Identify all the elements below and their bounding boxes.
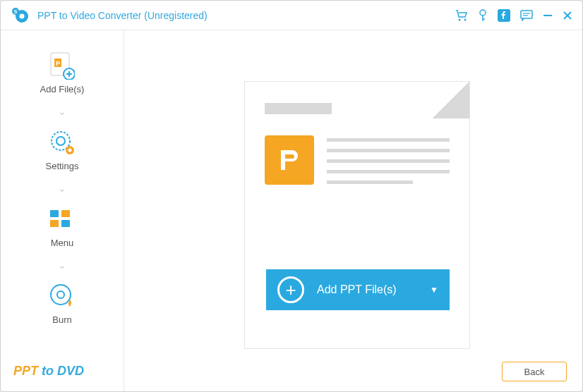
body: P Add File(s) ⌄ xyxy=(1,30,582,391)
close-icon[interactable] xyxy=(563,11,572,20)
svg-rect-26 xyxy=(50,210,59,217)
burn-icon xyxy=(48,282,76,310)
svg-point-6 xyxy=(480,10,486,16)
titlebar: S PPT to Video Converter (Unregistered) xyxy=(1,1,582,30)
cart-icon[interactable] xyxy=(455,10,468,21)
brand-part1: PPT xyxy=(13,364,42,378)
add-ppt-button[interactable]: + Add PPT File(s) ▼ xyxy=(266,269,450,310)
sidebar-label-settings: Settings xyxy=(46,161,79,171)
svg-rect-10 xyxy=(521,11,532,18)
sidebar-item-burn[interactable]: Burn xyxy=(48,282,76,325)
sidebar-label-burn: Burn xyxy=(52,314,71,325)
svg-rect-29 xyxy=(61,220,70,227)
placeholder-line xyxy=(265,103,332,114)
svg-text:S: S xyxy=(14,9,18,14)
back-button[interactable]: Back xyxy=(502,362,567,381)
placeholder-line xyxy=(327,159,450,163)
svg-point-30 xyxy=(51,285,71,305)
key-icon[interactable] xyxy=(478,9,488,22)
svg-point-25 xyxy=(68,149,71,152)
settings-icon xyxy=(48,128,76,157)
minimize-icon[interactable] xyxy=(543,11,553,20)
back-label: Back xyxy=(524,367,545,377)
footer: Back xyxy=(124,352,582,391)
menu-icon xyxy=(48,205,76,233)
app-logo-icon: S xyxy=(11,6,30,25)
dropdown-arrow-icon[interactable]: ▼ xyxy=(430,285,438,295)
add-ppt-label: Add PPT File(s) xyxy=(317,283,417,296)
placeholder-line xyxy=(327,170,450,173)
svg-point-23 xyxy=(56,137,65,145)
plus-icon: + xyxy=(277,276,304,303)
main-area: + Add PPT File(s) ▼ Back xyxy=(124,30,582,391)
app-window: S PPT to Video Converter (Unregistered) xyxy=(0,0,583,392)
sidebar-item-settings[interactable]: Settings xyxy=(46,128,79,171)
svg-point-31 xyxy=(57,291,64,298)
page-fold-icon xyxy=(433,82,469,118)
svg-rect-27 xyxy=(61,210,70,217)
placeholder-line xyxy=(327,149,450,152)
feedback-icon[interactable] xyxy=(520,10,533,21)
brand-logo: PPT to DVD xyxy=(1,357,124,384)
sidebar-label-add-files: Add File(s) xyxy=(40,84,85,94)
add-file-icon: P xyxy=(48,51,76,80)
placeholder-lines xyxy=(327,135,450,185)
svg-point-1 xyxy=(20,13,25,18)
ppt-thumb-icon xyxy=(265,135,314,185)
sidebar-item-menu[interactable]: Menu xyxy=(48,205,76,248)
placeholder-line xyxy=(327,180,413,184)
svg-text:P: P xyxy=(56,60,60,67)
svg-point-4 xyxy=(459,18,461,20)
sidebar-label-menu: Menu xyxy=(51,238,74,248)
chevron-down-icon: ⌄ xyxy=(58,259,66,271)
app-title: PPT to Video Converter (Unregistered) xyxy=(37,10,455,21)
chevron-down-icon: ⌄ xyxy=(58,106,66,117)
chevron-down-icon: ⌄ xyxy=(58,183,66,194)
sidebar-item-add-files[interactable]: P Add File(s) xyxy=(40,51,85,94)
svg-rect-28 xyxy=(50,220,59,227)
sidebar: P Add File(s) ⌄ xyxy=(1,30,124,391)
brand-part2: to DVD xyxy=(42,364,84,378)
titlebar-actions xyxy=(455,9,572,22)
svg-point-5 xyxy=(464,18,467,20)
placeholder-line xyxy=(327,138,450,142)
facebook-icon[interactable] xyxy=(498,9,510,22)
drop-area[interactable]: + Add PPT File(s) ▼ xyxy=(244,81,470,349)
